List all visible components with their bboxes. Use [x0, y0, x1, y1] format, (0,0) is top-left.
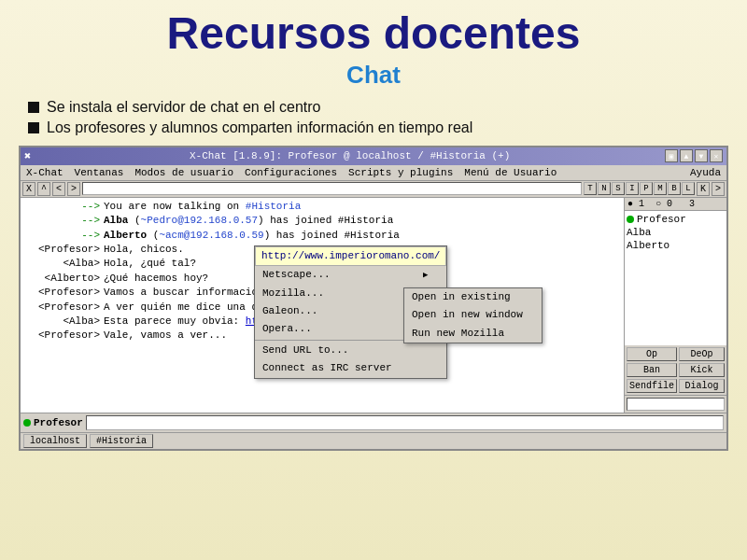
chat-line-system1: --> You are now talking on #Historia — [24, 200, 620, 214]
chat-nick: --> — [24, 200, 104, 214]
xchat-channel-input[interactable] — [82, 182, 582, 195]
mode-K[interactable]: K — [697, 182, 710, 196]
menu-ventanas[interactable]: Ventanas — [69, 166, 130, 179]
menu-usuario[interactable]: Menú de Usuario — [458, 166, 562, 179]
btn-kick[interactable]: Kick — [679, 363, 725, 377]
mode-S[interactable]: S — [612, 182, 625, 195]
mode-B[interactable]: B — [668, 182, 681, 195]
user-name-profesor: Profesor — [637, 214, 686, 225]
context-netscape[interactable]: Netscape...▶ — [255, 266, 446, 284]
xchat-chat-area: --> You are now talking on #Historia -->… — [21, 198, 624, 413]
xchat-title-icon: ✖ — [24, 149, 31, 163]
xchat-titlebar: ✖ X-Chat [1.8.9]: Profesor @ localhost /… — [21, 147, 726, 165]
toolbar-right-btn[interactable]: > — [67, 182, 80, 196]
user-entry-alberto: Alberto — [627, 239, 725, 252]
submenu-open-existing[interactable]: Open in existing — [404, 288, 542, 306]
chat-line-join2: --> Alberto (~acm@192.168.0.59) has join… — [24, 229, 620, 243]
mode-T[interactable]: T — [584, 182, 597, 195]
page-container: Recursos docentes Chat Se instala el ser… — [0, 0, 747, 560]
xchat-user-list: Profesor Alba Alberto — [625, 211, 726, 345]
mode-M[interactable]: M — [654, 182, 667, 195]
btn-ban[interactable]: Ban — [627, 363, 677, 377]
status-channel[interactable]: #Historia — [90, 434, 153, 448]
context-send-url[interactable]: Send URL to... — [255, 342, 446, 359]
user-name-alba: Alba — [627, 227, 651, 238]
mode-I[interactable]: I — [626, 182, 639, 195]
bullet-icon-2 — [28, 122, 39, 133]
status-localhost[interactable]: localhost — [23, 434, 87, 448]
xchat-close-btn[interactable]: ✕ — [710, 149, 723, 162]
xchat-message-input[interactable] — [86, 415, 724, 430]
menu-modos[interactable]: Modos de usuario — [129, 166, 239, 179]
mode-buttons: T N S I P M B L — [584, 182, 695, 195]
main-title: Recursos docentes — [19, 9, 728, 59]
xchat-restore-btn[interactable]: ▼ — [695, 149, 708, 162]
bullet-item-2: Los profesores y alumnos comparten infor… — [28, 119, 728, 136]
xchat-window: ✖ X-Chat [1.8.9]: Profesor @ localhost /… — [19, 146, 728, 451]
bullet-icon-1 — [28, 102, 39, 113]
menu-xchat[interactable]: X-Chat — [21, 166, 69, 179]
toolbar-x-btn[interactable]: X — [22, 182, 35, 196]
sub-context-menu: Open in existing Open in new window Run … — [403, 287, 543, 343]
bullet-item-1: Se instala el servidor de chat en el cen… — [28, 99, 728, 116]
mode-N[interactable]: N — [598, 182, 611, 195]
mode-P[interactable]: P — [640, 182, 653, 195]
bullet-list: Se instala el servidor de chat en el cen… — [19, 99, 728, 136]
xchat-body: --> You are now talking on #Historia -->… — [21, 198, 726, 413]
xchat-titlebar-buttons: ▣ ▲ ▼ ✕ — [665, 149, 723, 162]
xchat-maximize-btn[interactable]: ▲ — [680, 149, 693, 162]
nick-online-dot — [23, 419, 31, 427]
chat-line-join1: --> Alba (~Pedro@192.168.0.57) has joine… — [24, 214, 620, 228]
menu-config[interactable]: Configuraciones — [239, 166, 343, 179]
xchat-user-scrollbar — [625, 395, 726, 413]
toolbar-left-btn[interactable]: < — [52, 182, 65, 196]
context-connect-irc[interactable]: Connect as IRC server — [255, 359, 446, 377]
xchat-toolbar: X ^ < > T N S I P M B L K > — [21, 181, 726, 198]
subtitle: Chat — [19, 61, 728, 90]
url-bar: http://www.imperioromano.com/ — [255, 246, 446, 266]
xchat-statusbar: localhost #Historia — [21, 432, 726, 449]
toolbar-extra[interactable]: > — [712, 182, 725, 196]
xchat-minimize-btn[interactable]: ▣ — [665, 149, 678, 162]
xchat-user-panel: ● 1 ○ 0 3 Profesor Alba Alberto Op — [624, 198, 726, 413]
menu-ayuda[interactable]: Ayuda — [684, 166, 726, 179]
xchat-action-buttons: Op DeOp Ban Kick Sendfile Dialog — [625, 345, 726, 395]
btn-sendfile[interactable]: Sendfile — [627, 379, 677, 393]
btn-dialog[interactable]: Dialog — [679, 379, 725, 393]
xchat-user-count: ● 1 ○ 0 3 — [625, 198, 726, 211]
user-name-alberto: Alberto — [627, 240, 669, 251]
xchat-input-row: Profesor — [21, 413, 726, 432]
mode-L[interactable]: L — [682, 182, 695, 195]
xchat-nick-label: Profesor — [34, 417, 83, 428]
user-entry-profesor: Profesor — [627, 213, 725, 226]
btn-deop[interactable]: DeOp — [679, 347, 725, 361]
btn-op[interactable]: Op — [627, 347, 677, 361]
xchat-title-text: X-Chat [1.8.9]: Profesor @ localhost / #… — [35, 150, 665, 161]
user-online-icon-profesor — [627, 216, 634, 223]
submenu-run-mozilla[interactable]: Run new Mozilla — [404, 325, 542, 343]
xchat-menubar: X-Chat Ventanas Modos de usuario Configu… — [21, 165, 726, 181]
toolbar-up-btn[interactable]: ^ — [37, 182, 50, 196]
user-entry-alba: Alba — [627, 226, 725, 239]
user-count-text: ● 1 ○ 0 3 — [627, 199, 695, 209]
menu-scripts[interactable]: Scripts y plugins — [343, 166, 458, 179]
submenu-open-new-window[interactable]: Open in new window — [404, 306, 542, 324]
